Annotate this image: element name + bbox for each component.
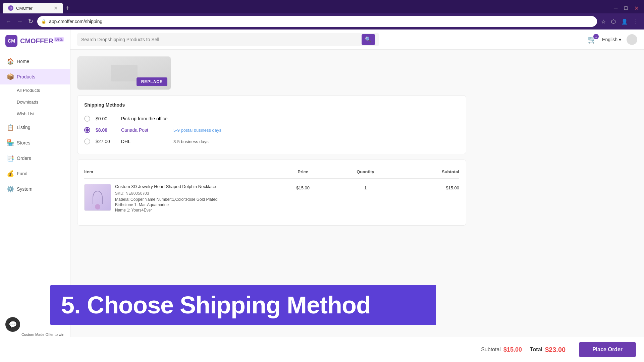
radio-canada-post[interactable]: [84, 127, 90, 133]
header-actions: 🛒 1 English ▾: [588, 34, 637, 45]
browser-chrome: C CMOffer ✕ + ─ □ ✕ ← → ↻ 🔒 app.cmoffer.…: [0, 0, 644, 29]
profile-button[interactable]: 👤: [620, 17, 629, 26]
sidebar-nav: 🏠 Home 📦 Products All Products Downloads…: [0, 54, 70, 197]
tab-controls: ─ □ ✕: [614, 5, 641, 11]
sidebar-item-label: Stores: [17, 140, 30, 145]
radio-pickup[interactable]: [84, 116, 90, 122]
lock-icon: 🔒: [41, 19, 46, 24]
search-button[interactable]: 🔍: [362, 34, 375, 45]
table-row: Custom 3D Jewelry Heart Shaped Dolphin N…: [84, 179, 459, 219]
user-avatar[interactable]: [627, 34, 637, 45]
dhl-price: $27.00: [96, 139, 116, 144]
more-options-button[interactable]: ⋮: [632, 17, 640, 26]
logo-text: CMOFFERBeta: [20, 37, 64, 45]
product-image-area: REPLACE: [77, 56, 171, 90]
stores-icon: 🏪: [7, 139, 13, 146]
pickup-name: Pick up from the office: [121, 116, 168, 121]
shipping-option-dhl[interactable]: $27.00 DHL 3-5 business days: [84, 136, 459, 147]
item-birthstone: Birthstone 1: Mar-Aquamarine: [115, 202, 272, 207]
minimize-button[interactable]: ─: [614, 5, 618, 11]
replace-button[interactable]: REPLACE: [137, 77, 167, 86]
shipping-section-title: Shipping Methods: [84, 102, 459, 108]
nav-bar: ← → ↻ 🔒 app.cmoffer.com/shipping ☆ ⬡ 👤 ⋮: [0, 13, 644, 29]
active-tab[interactable]: C CMOffer ✕: [3, 3, 63, 13]
sidebar-item-home[interactable]: 🏠 Home: [0, 54, 70, 69]
address-bar[interactable]: 🔒 app.cmoffer.com/shipping: [37, 16, 597, 27]
maximize-button[interactable]: □: [624, 5, 628, 11]
item-image: [84, 184, 111, 211]
sidebar-item-label: Products: [17, 74, 35, 79]
sidebar-item-stores[interactable]: 🏪 Stores: [0, 135, 70, 150]
subtotal-label: Subtotal: [481, 347, 501, 353]
banner-text: 5. Choose Shipping Method: [61, 293, 425, 317]
sidebar-item-label: Listing: [17, 125, 30, 130]
back-button[interactable]: ←: [4, 17, 13, 26]
url-text: app.cmoffer.com/shipping: [49, 19, 593, 24]
search-icon: 🔍: [365, 36, 372, 43]
sidebar-item-downloads[interactable]: Downloads: [0, 96, 70, 108]
item-name1: Name 1: Yours4Ever: [115, 208, 272, 213]
canada-post-days: 5-9 postal business days: [173, 128, 221, 133]
chat-bubble[interactable]: 💬: [5, 317, 20, 332]
canada-post-name[interactable]: Canada Post: [121, 127, 168, 133]
item-quantity: 1: [334, 184, 396, 190]
item-details: Custom 3D Jewelry Heart Shaped Dolphin N…: [84, 184, 272, 213]
table-header: Item Price Quantity Subtotal: [84, 167, 459, 179]
sidebar-item-products[interactable]: 📦 Products: [0, 69, 70, 84]
sidebar-item-listing[interactable]: 📋 Listing: [0, 120, 70, 135]
sidebar-item-all-products[interactable]: All Products: [0, 84, 70, 96]
sidebar-item-system[interactable]: ⚙️ System: [0, 181, 70, 197]
content-area: REPLACE Shipping Methods $0.00 Pick up f…: [70, 50, 473, 279]
col-header-subtotal: Subtotal: [397, 169, 459, 174]
col-header-price: Price: [272, 169, 334, 174]
total-amount: $23.00: [545, 346, 566, 354]
sidebar-item-label: Orders: [17, 156, 31, 161]
tab-favicon: C: [8, 5, 13, 11]
fund-icon: 💰: [7, 170, 13, 177]
tab-bar: C CMOffer ✕ + ─ □ ✕: [0, 0, 644, 13]
radio-dhl[interactable]: [84, 138, 90, 144]
footer-spacer: [77, 226, 466, 273]
cart-button[interactable]: 🛒 1: [588, 35, 597, 44]
sidebar-item-wish-list[interactable]: Wish List: [0, 108, 70, 120]
item-sku: SKU: NE80050703: [115, 191, 272, 196]
pickup-price: $0.00: [96, 116, 116, 121]
shipping-option-pickup[interactable]: $0.00 Pick up from the office: [84, 113, 459, 124]
radio-inner: [86, 128, 89, 132]
home-icon: 🏠: [7, 58, 13, 65]
language-label: English: [602, 37, 618, 42]
logo-icon: CM: [5, 35, 17, 47]
extensions-button[interactable]: ⬡: [610, 17, 617, 26]
language-selector[interactable]: English ▾: [602, 37, 621, 42]
dhl-days: 3-5 business days: [173, 139, 209, 144]
beta-badge: Beta: [54, 37, 64, 42]
canada-post-price: $8.00: [96, 127, 116, 133]
chat-icon: 💬: [9, 320, 17, 328]
logo-area: CM CMOFFERBeta: [0, 35, 70, 54]
sub-nav: All Products Downloads Wish List: [0, 84, 70, 120]
sidebar-item-label: Home: [17, 59, 29, 64]
orders-icon: 📑: [7, 155, 13, 162]
sidebar-item-orders[interactable]: 📑 Orders: [0, 150, 70, 166]
forward-button[interactable]: →: [15, 17, 24, 26]
new-tab-button[interactable]: +: [66, 4, 70, 12]
item-name: Custom 3D Jewelry Heart Shaped Dolphin N…: [115, 184, 272, 189]
dhl-name: DHL: [121, 139, 168, 144]
close-window-button[interactable]: ✕: [634, 5, 639, 11]
shipping-option-canada-post[interactable]: $8.00 Canada Post 5-9 postal business da…: [84, 124, 459, 136]
listing-icon: 📋: [7, 124, 13, 131]
tab-close-button[interactable]: ✕: [54, 5, 58, 11]
col-header-item: Item: [84, 169, 272, 174]
cart-badge: 1: [593, 34, 599, 39]
search-input[interactable]: [81, 37, 359, 42]
bookmark-button[interactable]: ☆: [600, 17, 607, 26]
subtotal-amount: $15.00: [503, 346, 522, 353]
item-info: Custom 3D Jewelry Heart Shaped Dolphin N…: [115, 184, 272, 213]
reload-button[interactable]: ↻: [27, 16, 35, 26]
subtotal-display: Subtotal $15.00: [481, 346, 522, 353]
system-icon: ⚙️: [7, 185, 13, 193]
sidebar-item-fund[interactable]: 💰 Fund: [0, 166, 70, 181]
total-label: Total: [530, 347, 542, 353]
app-header: 🔍 🛒 1 English ▾: [70, 29, 644, 50]
place-order-button[interactable]: Place Order: [579, 342, 636, 357]
